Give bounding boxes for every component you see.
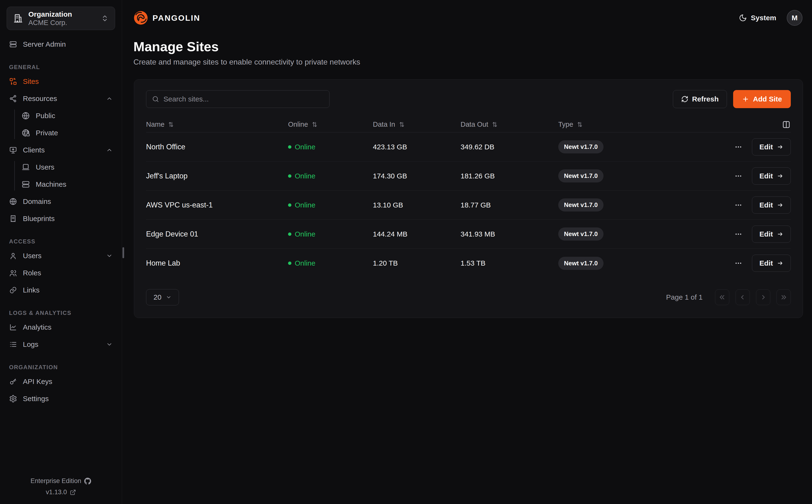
column-header-data-out[interactable]: Data Out — [461, 121, 558, 128]
sidebar-item-label: API Keys — [23, 378, 52, 386]
page-size-select[interactable]: 20 — [146, 289, 179, 305]
search-input[interactable] — [146, 90, 330, 108]
sidebar-item-api-keys[interactable]: API Keys — [6, 373, 116, 390]
sort-icon — [492, 121, 498, 128]
sidebar-item-label: Clients — [23, 146, 45, 154]
chevrons-up-down-icon — [101, 15, 109, 22]
row-menu-ellipsis-icon[interactable] — [734, 171, 743, 181]
site-name: Jeff's Laptop — [146, 172, 288, 180]
sidebar-item-sites[interactable]: Sites — [6, 73, 116, 90]
next-page-button[interactable] — [756, 289, 770, 305]
status-badge: Online — [295, 143, 315, 151]
row-menu-ellipsis-icon[interactable] — [734, 230, 743, 239]
external-link-icon[interactable] — [70, 489, 76, 495]
page-size-value: 20 — [153, 293, 161, 301]
receipt-icon — [9, 215, 17, 223]
server-icon — [9, 40, 17, 48]
column-header-name[interactable]: Name — [146, 121, 288, 128]
column-header-online[interactable]: Online — [288, 121, 373, 128]
data-in-value: 423.13 GB — [373, 143, 461, 151]
previous-page-button[interactable] — [736, 289, 750, 305]
site-name: North Office — [146, 143, 288, 151]
data-out-value: 181.26 GB — [461, 172, 558, 180]
edit-button[interactable]: Edit — [752, 226, 791, 243]
sidebar-item-public[interactable]: Public — [19, 107, 116, 124]
online-dot — [288, 145, 291, 149]
chevron-right-icon — [760, 294, 767, 301]
sites-table: Name Online Data In Data Out Type — [146, 117, 791, 278]
edit-button[interactable]: Edit — [752, 167, 791, 185]
add-site-button[interactable]: Add Site — [733, 90, 791, 108]
first-page-button[interactable] — [715, 289, 729, 305]
resources-subgroup: Public Private — [6, 107, 116, 141]
refresh-button[interactable]: Refresh — [673, 90, 727, 108]
row-menu-ellipsis-icon[interactable] — [734, 201, 743, 210]
users-icon — [9, 269, 17, 277]
sidebar-item-settings[interactable]: Settings — [6, 390, 116, 407]
sidebar-item-label: Roles — [23, 269, 41, 277]
data-in-value: 13.10 GB — [373, 201, 461, 209]
site-name: Edge Device 01 — [146, 230, 288, 238]
sidebar-scrollbar-thumb[interactable] — [122, 247, 124, 258]
sidebar-item-resources[interactable]: Resources — [6, 90, 116, 107]
data-in-value: 1.20 TB — [373, 259, 461, 267]
columns-icon[interactable] — [782, 120, 791, 129]
chevron-up-icon — [106, 147, 113, 153]
main-area: PANGOLIN System M Manage Sites Create an… — [122, 0, 812, 504]
sidebar-item-label: Sites — [23, 77, 39, 86]
avatar-initial: M — [792, 14, 798, 22]
theme-toggle-label: System — [751, 14, 776, 22]
globe-icon — [9, 197, 17, 206]
sidebar-item-blueprints[interactable]: Blueprints — [6, 210, 116, 227]
column-header-type[interactable]: Type — [558, 121, 685, 128]
data-out-value: 341.93 MB — [461, 230, 558, 238]
column-header-data-in[interactable]: Data In — [373, 121, 461, 128]
sidebar-item-clients[interactable]: Clients — [6, 141, 116, 159]
sidebar-item-private[interactable]: Private — [19, 124, 116, 141]
sidebar-item-domains[interactable]: Domains — [6, 193, 116, 210]
table-row: Edge Device 01 Online 144.24 MB 341.93 M… — [146, 220, 791, 249]
sidebar-item-client-users[interactable]: Users — [19, 159, 116, 176]
sidebar-item-label: Links — [23, 286, 40, 294]
row-menu-ellipsis-icon[interactable] — [734, 142, 743, 151]
table-body: North Office Online 423.13 GB 349.62 DB … — [146, 132, 791, 278]
arrow-right-icon — [777, 173, 783, 179]
theme-toggle[interactable]: System — [739, 14, 776, 22]
type-badge: Newt v1.7.0 — [558, 140, 604, 153]
last-page-button[interactable] — [776, 289, 791, 305]
chevron-down-icon — [106, 252, 113, 259]
edit-button[interactable]: Edit — [752, 255, 791, 272]
online-dot — [288, 262, 291, 265]
row-menu-ellipsis-icon[interactable] — [734, 259, 743, 268]
chevron-up-icon — [106, 95, 113, 102]
github-icon[interactable] — [84, 478, 91, 485]
edit-button[interactable]: Edit — [752, 197, 791, 214]
avatar[interactable]: M — [787, 10, 802, 26]
sidebar-item-server-admin[interactable]: Server Admin — [6, 36, 116, 53]
list-icon — [9, 340, 17, 348]
table-row: Home Lab Online 1.20 TB 1.53 TB Newt v1.… — [146, 249, 791, 278]
page-header: Manage Sites Create and manage sites to … — [122, 36, 812, 66]
sidebar-item-label: Blueprints — [23, 215, 55, 223]
pagination-controls — [715, 289, 791, 305]
site-name: AWS VPC us-east-1 — [146, 201, 288, 209]
org-switcher-label: Organization — [28, 10, 72, 18]
edit-button[interactable]: Edit — [752, 138, 791, 156]
sidebar-item-logs[interactable]: Logs — [6, 336, 116, 353]
sidebar-item-label: Analytics — [23, 323, 51, 331]
sidebar-item-roles[interactable]: Roles — [6, 264, 116, 282]
sidebar-item-label: Server Admin — [23, 40, 66, 48]
section-label-logs-analytics: LOGS & ANALYTICS — [9, 310, 113, 316]
data-in-value: 144.24 MB — [373, 230, 461, 238]
brand-logo[interactable]: PANGOLIN — [133, 10, 200, 25]
chevron-left-icon — [739, 294, 746, 301]
org-switcher[interactable]: Organization ACME Corp. — [7, 7, 115, 30]
page-info: Page 1 of 1 — [666, 293, 703, 301]
sidebar-item-links[interactable]: Links — [6, 282, 116, 299]
chevron-down-icon — [166, 294, 172, 300]
sidebar-item-label: Settings — [23, 395, 49, 403]
sidebar-item-label: Resources — [23, 95, 57, 103]
sidebar-item-users[interactable]: Users — [6, 247, 116, 264]
sidebar-item-machines[interactable]: Machines — [19, 176, 116, 193]
sidebar-item-analytics[interactable]: Analytics — [6, 319, 116, 336]
